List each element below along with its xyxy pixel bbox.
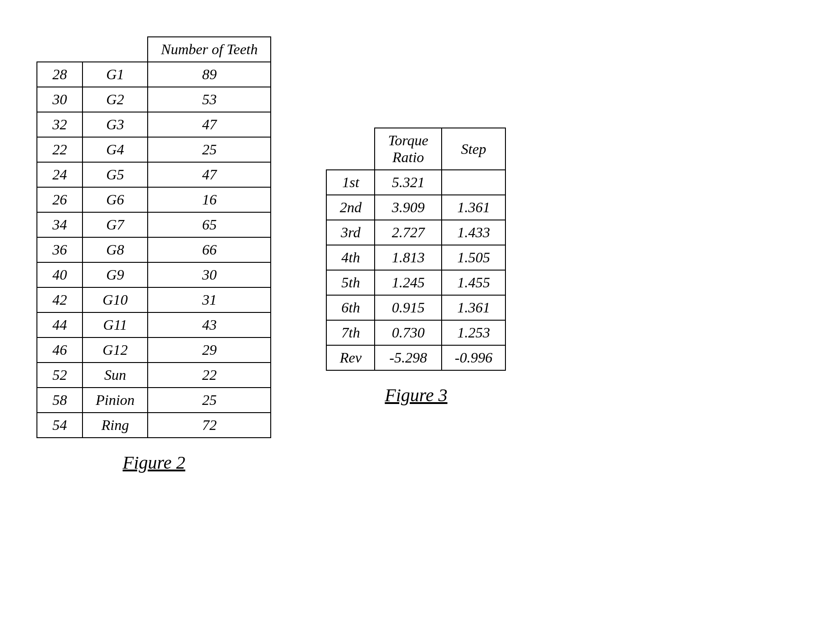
table-row: 32G347 xyxy=(37,112,271,137)
table-cell: 2nd xyxy=(326,195,375,220)
table-cell: G4 xyxy=(82,137,148,162)
table-cell: G9 xyxy=(82,262,148,287)
table-cell: 44 xyxy=(37,312,82,337)
table-cell: 7th xyxy=(326,320,375,345)
fig2-header-empty1 xyxy=(37,37,82,62)
table-cell: 28 xyxy=(37,62,82,87)
table-cell: 72 xyxy=(148,413,271,438)
fig3-header-step: Step xyxy=(442,128,506,170)
table-cell: 0.915 xyxy=(375,295,441,320)
table-cell: 36 xyxy=(37,237,82,262)
table-cell: 66 xyxy=(148,237,271,262)
fig3-header-empty xyxy=(326,128,375,170)
table-row: 44G1143 xyxy=(37,312,271,337)
table-row: 24G547 xyxy=(37,162,271,187)
table-cell: 58 xyxy=(37,388,82,413)
table-row: 26G616 xyxy=(37,187,271,212)
table-cell: 32 xyxy=(37,112,82,137)
table-row: 22G425 xyxy=(37,137,271,162)
table-cell: G11 xyxy=(82,312,148,337)
table-cell: Ring xyxy=(82,413,148,438)
table-cell: 34 xyxy=(37,212,82,237)
table-cell: 26 xyxy=(37,187,82,212)
table-cell: 16 xyxy=(148,187,271,212)
table-row: 7th0.7301.253 xyxy=(326,320,505,345)
table-cell: G3 xyxy=(82,112,148,137)
table-row: 3rd2.7271.433 xyxy=(326,220,505,245)
table-cell: 22 xyxy=(37,137,82,162)
table-cell: 6th xyxy=(326,295,375,320)
table-row: 34G765 xyxy=(37,212,271,237)
figure3-section: TorqueRatio Step 1st5.3212nd3.9091.3613r… xyxy=(326,128,506,406)
table-cell: 3.909 xyxy=(375,195,441,220)
figure2-section: Number of Teeth 28G18930G25332G34722G425… xyxy=(36,36,271,473)
table-cell: 54 xyxy=(37,413,82,438)
figure3-label: Figure 3 xyxy=(385,384,447,406)
fig3-header-torque: TorqueRatio xyxy=(375,128,441,170)
table-row: 1st5.321 xyxy=(326,170,505,195)
table-row: 6th0.9151.361 xyxy=(326,295,505,320)
table-cell: 25 xyxy=(148,137,271,162)
table-row: 58Pinion25 xyxy=(37,388,271,413)
table-row: 30G253 xyxy=(37,87,271,112)
table-row: 46G1229 xyxy=(37,337,271,363)
table-cell: G6 xyxy=(82,187,148,212)
table-cell: 2.727 xyxy=(375,220,441,245)
table-cell: G12 xyxy=(82,337,148,363)
table-cell: 25 xyxy=(148,388,271,413)
table-cell: 1.505 xyxy=(442,245,506,270)
table-cell: 30 xyxy=(148,262,271,287)
table-cell: 1st xyxy=(326,170,375,195)
fig2-header-teeth: Number of Teeth xyxy=(148,37,271,62)
table-cell: 43 xyxy=(148,312,271,337)
table-cell: 5th xyxy=(326,270,375,295)
table-row: 40G930 xyxy=(37,262,271,287)
table-cell: G8 xyxy=(82,237,148,262)
table-cell: 53 xyxy=(148,87,271,112)
table-cell: 24 xyxy=(37,162,82,187)
table-cell: 1.433 xyxy=(442,220,506,245)
table-cell: 31 xyxy=(148,287,271,312)
table-cell: 5.321 xyxy=(375,170,441,195)
table-row: 36G866 xyxy=(37,237,271,262)
table-row: 4th1.8131.505 xyxy=(326,245,505,270)
table-cell: 1.361 xyxy=(442,195,506,220)
table-cell: 29 xyxy=(148,337,271,363)
table-cell: 89 xyxy=(148,62,271,87)
table-cell: -5.298 xyxy=(375,345,441,370)
table-cell: 65 xyxy=(148,212,271,237)
table-cell: 42 xyxy=(37,287,82,312)
table-cell: 1.245 xyxy=(375,270,441,295)
table-cell xyxy=(442,170,506,195)
table-cell: 0.730 xyxy=(375,320,441,345)
table-cell: G10 xyxy=(82,287,148,312)
table-row: 54Ring72 xyxy=(37,413,271,438)
table-cell: 1.361 xyxy=(442,295,506,320)
table-row: 42G1031 xyxy=(37,287,271,312)
table-row: 2nd3.9091.361 xyxy=(326,195,505,220)
table-cell: 1.455 xyxy=(442,270,506,295)
figure2-label: Figure 2 xyxy=(123,452,185,473)
table-cell: 1.253 xyxy=(442,320,506,345)
table-cell: 40 xyxy=(37,262,82,287)
table-cell: 1.813 xyxy=(375,245,441,270)
table-row: 28G189 xyxy=(37,62,271,87)
table-cell: 47 xyxy=(148,162,271,187)
table-cell: 3rd xyxy=(326,220,375,245)
table-cell: -0.996 xyxy=(442,345,506,370)
table-cell: 22 xyxy=(148,363,271,388)
table-row: Rev-5.298-0.996 xyxy=(326,345,505,370)
table-row: 5th1.2451.455 xyxy=(326,270,505,295)
table-cell: 46 xyxy=(37,337,82,363)
table-cell: G1 xyxy=(82,62,148,87)
table-cell: 30 xyxy=(37,87,82,112)
figure3-table: TorqueRatio Step 1st5.3212nd3.9091.3613r… xyxy=(326,128,506,371)
table-cell: 47 xyxy=(148,112,271,137)
table-cell: G7 xyxy=(82,212,148,237)
table-cell: Sun xyxy=(82,363,148,388)
figure2-table: Number of Teeth 28G18930G25332G34722G425… xyxy=(36,36,271,438)
table-row: 52Sun22 xyxy=(37,363,271,388)
table-cell: G5 xyxy=(82,162,148,187)
table-cell: Pinion xyxy=(82,388,148,413)
fig2-header-empty2 xyxy=(82,37,148,62)
